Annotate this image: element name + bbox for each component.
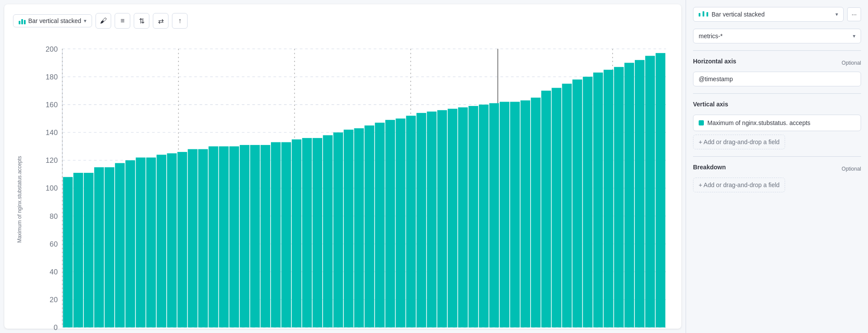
bar-rect [562, 84, 571, 327]
bar-rect [375, 123, 384, 328]
breakdown-header: Breakdown Optional [693, 164, 861, 174]
chart-type-label: Bar vertical stacked [28, 17, 81, 24]
bar-rect [177, 152, 187, 327]
bar-rect [302, 138, 312, 327]
bar-rect [250, 145, 260, 327]
panel-chart-type-label: Bar vertical stacked [712, 11, 765, 18]
bar-rect [240, 145, 249, 327]
bar-rect [489, 103, 499, 328]
svg-text:40: 40 [50, 268, 58, 276]
bar-rect [458, 107, 468, 327]
bar-rect [645, 56, 655, 328]
metrics-chevron-icon: ▾ [853, 33, 855, 39]
vertical-axis-section: Vertical axis Maximum of nginx.stubstatu… [693, 101, 861, 149]
panel-bar-icon [699, 11, 708, 18]
chart-type-button[interactable]: Bar vertical stacked ▾ [13, 14, 92, 27]
horizontal-axis-header: Horizontal axis Optional [693, 58, 861, 68]
sort-up-icon: ↑ [178, 17, 182, 25]
metrics-value: metrics-* [699, 33, 723, 40]
panel-chart-type-chevron-icon: ▾ [835, 11, 838, 17]
bar-rect [416, 113, 426, 327]
chart-svg-area: .grid-line { stroke: #e0e5ee; stroke-wid… [26, 36, 673, 333]
bar-rect [510, 102, 520, 327]
svg-text:180: 180 [46, 73, 58, 81]
chart-type-chevron-icon: ▾ [84, 18, 86, 24]
bar-rect [448, 109, 457, 328]
bar-rect [167, 153, 177, 327]
svg-text:60: 60 [50, 240, 58, 248]
chart-area: Maximum of nginx.stubstatus.accepts .gri… [13, 36, 673, 333]
bar-rect [313, 138, 322, 327]
bar-rect [635, 60, 644, 327]
bar-rect [157, 155, 166, 327]
vertical-axis-header: Vertical axis [693, 101, 861, 111]
metrics-select[interactable]: metrics-* ▾ [693, 29, 861, 43]
breakdown-add-field-button[interactable]: + Add or drag-and-drop a field [693, 178, 785, 192]
panel-divider-3 [693, 156, 861, 157]
panel-divider-2 [693, 93, 861, 94]
breakdown-optional: Optional [842, 166, 861, 172]
vertical-axis-color-dot [699, 120, 704, 125]
horizontal-axis-optional: Optional [842, 60, 861, 66]
bar-rect [323, 135, 333, 327]
panel-header: Bar vertical stacked ▾ ··· [693, 7, 861, 22]
chart-editor-main: Bar vertical stacked ▾ 🖌 ≡ ⇅ ⇄ ↑ Maximum… [4, 4, 681, 329]
bar-rect [593, 73, 603, 327]
bar-rect [624, 63, 634, 328]
bar-rect [344, 130, 353, 328]
breakdown-title: Breakdown [693, 164, 726, 171]
breakdown-add-field-label: + Add or drag-and-drop a field [699, 181, 779, 188]
bar-rect [469, 106, 478, 327]
settings-list-icon: ≡ [121, 17, 125, 25]
sort-vertical-icon: ⇅ [139, 17, 145, 25]
bar-rect [500, 102, 509, 327]
bar-rect [656, 53, 665, 327]
bar-rect [188, 149, 197, 328]
svg-text:80: 80 [50, 212, 58, 221]
bar-rect [541, 91, 551, 327]
bar-rect [437, 110, 447, 327]
bar-rect [364, 125, 374, 327]
bar-rect [604, 70, 613, 328]
sort-up-button[interactable]: ↑ [172, 13, 188, 29]
bar-rect [292, 139, 301, 327]
breakdown-section: Breakdown Optional + Add or drag-and-dro… [693, 164, 861, 192]
svg-text:140: 140 [46, 129, 58, 137]
svg-text:200: 200 [46, 45, 58, 53]
bar-rect [385, 120, 395, 327]
bar-rect [427, 112, 436, 327]
bar-rect [333, 132, 343, 327]
panel-chart-type-button[interactable]: Bar vertical stacked ▾ [693, 7, 844, 22]
bar-rect [94, 167, 104, 327]
sort-horizontal-button[interactable]: ⇄ [153, 13, 168, 29]
panel-divider-1 [693, 50, 861, 51]
bar-rect [146, 158, 156, 327]
svg-text:0: 0 [54, 323, 58, 332]
bar-rect [198, 149, 208, 328]
bar-rect [63, 177, 73, 327]
vertical-axis-item-label: Maximum of nginx.stubstatus. accepts [707, 119, 810, 126]
bar-rect [271, 142, 281, 328]
bar-rect [136, 158, 145, 327]
svg-text:100: 100 [46, 184, 58, 192]
bar-rect [115, 163, 125, 328]
bar-rect [219, 146, 228, 327]
bar-chart-icon [19, 17, 26, 24]
bar-rect [551, 88, 561, 327]
bar-rect [105, 167, 114, 327]
svg-text:20: 20 [50, 296, 58, 304]
panel-more-button[interactable]: ··· [847, 7, 861, 21]
horizontal-axis-value-text: @timestamp [699, 76, 733, 82]
sort-vertical-button[interactable]: ⇅ [134, 13, 149, 29]
paint-brush-button[interactable]: 🖌 [96, 13, 111, 29]
horizontal-axis-value[interactable]: @timestamp [693, 72, 861, 86]
horizontal-axis-section: Horizontal axis Optional @timestamp [693, 58, 861, 86]
settings-button[interactable]: ≡ [115, 13, 130, 29]
bar-rect [354, 128, 364, 327]
vertical-axis-add-field-button[interactable]: + Add or drag-and-drop a field [693, 135, 785, 149]
bar-rect [73, 173, 83, 327]
y-axis-label: Maximum of nginx.stubstatus.accepts [13, 36, 26, 333]
vertical-axis-add-field-label: + Add or drag-and-drop a field [699, 138, 779, 145]
vertical-axis-title: Vertical axis [693, 101, 728, 108]
svg-text:120: 120 [46, 156, 58, 165]
